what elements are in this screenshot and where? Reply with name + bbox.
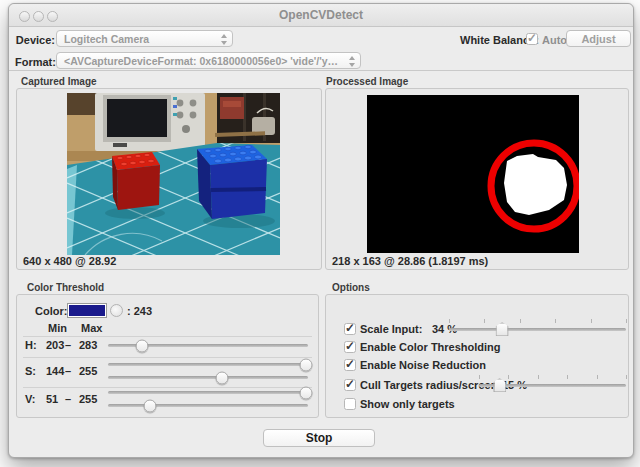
hue-max-value: 283	[79, 339, 97, 351]
val-max-slider[interactable]	[108, 391, 308, 394]
captured-image	[67, 93, 280, 259]
hue-label: H:	[25, 339, 37, 351]
val-max-slider-thumb[interactable]	[300, 386, 313, 399]
max-header: Max	[81, 322, 102, 334]
hue-slider[interactable]	[108, 344, 308, 347]
color-threshold-title: Color Threshold	[27, 282, 104, 293]
processed-info: 218 x 163 @ 28.86 (1.8197 ms)	[332, 255, 488, 267]
options-title: Options	[332, 282, 370, 293]
separator	[23, 357, 312, 358]
auto-checkbox-label: Auto	[542, 34, 567, 46]
sat-label: S:	[25, 365, 36, 377]
options-panel: ✓ Scale Input: 34 % ✓ Enable Color Thres…	[325, 294, 629, 418]
stop-button[interactable]: Stop	[263, 429, 375, 447]
device-popup[interactable]: Logitech Camera	[56, 30, 233, 47]
color-thresholding-checkbox[interactable]: ✓	[344, 341, 356, 353]
adjust-button[interactable]: Adjust	[566, 30, 631, 47]
show-only-targets-label: Show only targets	[360, 398, 455, 410]
dash: –	[65, 365, 71, 377]
noise-reduction-label: Enable Noise Reduction	[360, 359, 486, 371]
scale-input-checkbox[interactable]: ✓	[344, 323, 356, 335]
color-thresholding-label: Enable Color Thresholding	[360, 341, 501, 353]
format-popup[interactable]: <AVCaptureDeviceFormat: 0x6180000056e0> …	[56, 52, 361, 69]
separator	[23, 336, 312, 337]
screen: OpenCVDetect Device: Logitech Camera For…	[0, 0, 640, 467]
window-title: OpenCVDetect	[9, 8, 633, 22]
dash: –	[65, 393, 71, 405]
device-label: Device:	[15, 34, 55, 46]
color-label: Color:	[35, 305, 67, 317]
processed-image	[367, 95, 579, 257]
val-min-value: 51	[46, 393, 58, 405]
cull-targets-slider[interactable]	[479, 384, 626, 387]
sat-min-slider-thumb[interactable]	[216, 371, 229, 384]
color-swatch[interactable]	[67, 303, 107, 318]
cull-targets-checkbox[interactable]: ✓	[344, 379, 356, 391]
auto-checkbox[interactable]: ✓	[526, 33, 538, 45]
show-only-targets-checkbox[interactable]: ✓	[344, 398, 356, 410]
hue-min-value: 203	[46, 339, 64, 351]
separator	[9, 70, 633, 71]
format-label: Format:	[15, 56, 55, 68]
scale-input-label: Scale Input:	[360, 323, 422, 335]
oscilloscope	[95, 93, 205, 151]
popup-stepper-icon	[348, 56, 356, 67]
cull-slider-ticks	[479, 375, 626, 379]
noise-reduction-checkbox[interactable]: ✓	[344, 359, 356, 371]
color-picker-knob[interactable]	[110, 304, 123, 317]
sat-min-value: 144	[46, 365, 64, 377]
captured-image-panel: 640 x 480 @ 28.92	[16, 88, 322, 270]
sat-max-slider-thumb[interactable]	[300, 358, 313, 371]
val-label: V:	[25, 393, 35, 405]
val-min-slider[interactable]	[108, 404, 308, 407]
captured-image-title: Captured Image	[21, 76, 97, 87]
hue-slider-thumb[interactable]	[136, 339, 149, 352]
sat-min-slider[interactable]	[108, 376, 308, 379]
popup-stepper-icon	[220, 34, 228, 45]
red-cube	[105, 152, 165, 219]
min-header: Min	[48, 322, 67, 334]
scale-slider-thumb[interactable]	[496, 322, 509, 336]
processed-image-panel: 218 x 163 @ 28.86 (1.8197 ms)	[325, 88, 629, 270]
processed-image-title: Processed Image	[326, 76, 408, 87]
val-max-value: 255	[79, 393, 97, 405]
dash: –	[65, 339, 71, 351]
scale-slider-ticks	[449, 319, 626, 323]
titlebar[interactable]: OpenCVDetect	[9, 4, 633, 27]
color-threshold-panel: Color: : 243 Min Max H: 203 – 283 S: 144…	[16, 294, 319, 418]
sat-max-value: 255	[79, 365, 97, 377]
color-value: : 243	[127, 305, 152, 317]
separator	[23, 387, 312, 388]
sat-max-slider[interactable]	[108, 363, 308, 366]
captured-info: 640 x 480 @ 28.92	[23, 255, 116, 267]
val-min-slider-thumb[interactable]	[144, 399, 157, 412]
app-window: OpenCVDetect Device: Logitech Camera For…	[8, 3, 634, 458]
scale-input-slider[interactable]	[449, 328, 626, 331]
